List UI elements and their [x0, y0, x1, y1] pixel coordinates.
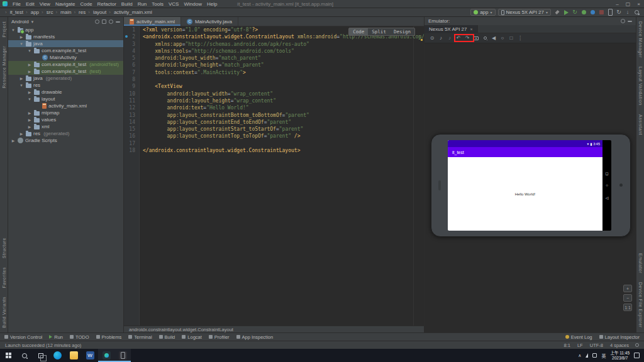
maximize-button[interactable]: ▢	[623, 1, 633, 7]
breadcrumb-item[interactable]: res	[72, 9, 87, 15]
expand-arrow-icon[interactable]: ▼	[27, 49, 32, 53]
expand-arrow-icon[interactable]: ▶	[19, 131, 24, 136]
expand-arrow-icon[interactable]: ▶	[19, 35, 24, 39]
tree-item-manifests[interactable]: ▶ manifests	[8, 33, 123, 40]
tree-item-app[interactable]: ▼ app	[8, 26, 123, 33]
view-mode-design[interactable]: Design	[390, 28, 414, 35]
tool-button-build-variants[interactable]: Build Variants	[2, 292, 6, 332]
toolwindow-terminal[interactable]: Terminal	[128, 334, 152, 340]
code-line[interactable]: 15 app:layout_constraintStart_toStartOf=…	[124, 126, 424, 133]
power-button[interactable]: ⊙	[429, 35, 435, 42]
menu-item[interactable]: Build	[119, 1, 135, 7]
code-line[interactable]: 7 tools:context=".MainActivity">	[124, 69, 424, 76]
code-text[interactable]: app:layout_constraintTop_toTopOf="parent…	[139, 133, 300, 140]
hide-panel-icon[interactable]	[628, 21, 632, 22]
project-scope-select[interactable]: Android	[11, 19, 29, 25]
minimize-button[interactable]: –	[612, 1, 623, 7]
code-line[interactable]: 18 </androidx.constraintlayout.widget.Co…	[124, 147, 424, 154]
menu-item[interactable]: Help	[204, 1, 219, 7]
code-line[interactable]: 5 android:layout_width="match_parent"	[124, 55, 424, 62]
sync-project-button[interactable]	[615, 9, 623, 16]
tree-item-gradle-scripts[interactable]: ▶ Gradle Scripts	[8, 137, 123, 144]
taskbar-file-explorer-icon[interactable]	[65, 349, 82, 362]
tree-item-mipmap[interactable]: ▶ mipmap	[8, 109, 123, 116]
locate-file-icon[interactable]	[95, 19, 99, 24]
tray-expand-icon[interactable]: ∧	[578, 353, 581, 358]
menu-item[interactable]: View	[37, 1, 53, 7]
expand-arrow-icon[interactable]: ▶	[27, 118, 32, 122]
network-icon[interactable]	[586, 353, 588, 358]
run-configuration-select[interactable]: app	[470, 9, 495, 16]
device-manager-button[interactable]	[606, 9, 614, 16]
input-language-indicator[interactable]: 英	[601, 353, 606, 359]
notifications-bell-icon[interactable]	[635, 343, 639, 347]
tool-button-favorites[interactable]: Favorites	[2, 263, 6, 292]
code-text[interactable]: <?xml version="1.0" encoding="utf-8"?>	[139, 26, 258, 33]
tree-item-mainactivity[interactable]: MainActivity	[8, 54, 123, 61]
sdk-manager-button[interactable]	[624, 9, 631, 16]
code-text[interactable]: android:layout_height="wrap_content"	[139, 97, 276, 104]
menu-item[interactable]: Navigate	[53, 1, 78, 7]
toolwindow-profiler[interactable]: Profiler	[209, 334, 230, 340]
tool-button-device-file-explorer[interactable]: Device File Explorer	[638, 278, 643, 332]
status-segment[interactable]: UTF-8	[590, 343, 603, 348]
more-button[interactable]: ⋮	[517, 35, 523, 42]
stop-button[interactable]	[597, 9, 605, 16]
run-button[interactable]	[562, 9, 570, 16]
expand-arrow-icon[interactable]: ▶	[27, 111, 32, 115]
breadcrumb-item[interactable]: it_test	[4, 9, 25, 15]
tree-item-values[interactable]: ▶ values	[8, 116, 123, 123]
start-button[interactable]	[0, 349, 16, 362]
tool-button-project[interactable]: Project	[2, 17, 6, 41]
tool-button-emulator[interactable]: Emulator	[638, 249, 643, 278]
close-tab-icon[interactable]: ×	[470, 27, 472, 31]
code-text[interactable]	[139, 76, 143, 83]
menu-item[interactable]: Window	[181, 1, 204, 7]
device-select[interactable]: Nexus 5X API 27	[498, 9, 552, 16]
menu-item[interactable]: VCS	[166, 1, 181, 7]
tree-item-drawable[interactable]: ▶ drawable	[8, 89, 123, 96]
code-line[interactable]: 11 android:layout_height="wrap_content"	[124, 97, 424, 104]
nav-home-button[interactable]: ○	[606, 184, 608, 187]
taskbar-android-studio-icon[interactable]	[98, 349, 114, 362]
nav-back-button[interactable]: ◁	[606, 195, 609, 200]
breadcrumb-item[interactable]: src	[40, 9, 54, 15]
status-segment[interactable]: LF	[577, 343, 583, 348]
taskbar-edge-icon[interactable]	[49, 349, 65, 362]
tool-button-layout-validation[interactable]: Layout Validation	[638, 62, 643, 110]
breadcrumb-item[interactable]: activity_main.xml	[108, 9, 153, 15]
nav-overview-button[interactable]: ◻	[606, 171, 609, 175]
code-line[interactable]: 8	[124, 76, 424, 83]
code-text[interactable]: app:layout_constraintStart_toStartOf="pa…	[139, 126, 303, 133]
code-text[interactable]: app:layout_constraintEnd_toEndOf="parent…	[139, 119, 291, 126]
tree-item-java-generated[interactable]: ▶ java (generated)	[8, 75, 123, 82]
expand-arrow-icon[interactable]: ▼	[19, 84, 24, 87]
code-text[interactable]: xmlns:app="http://schemas.android.com/ap…	[139, 41, 309, 48]
home-button[interactable]: ○	[499, 35, 506, 42]
zoom-reset-button[interactable]: 1:1	[623, 304, 632, 311]
expand-arrow-icon[interactable]: ▼	[11, 28, 16, 32]
expand-arrow-icon[interactable]: ▶	[27, 69, 32, 74]
code-line[interactable]: 6 android:layout_height="match_parent"	[124, 62, 424, 69]
apply-changes-button[interactable]	[571, 9, 579, 16]
code-text[interactable]: android:layout_width="wrap_content"	[139, 90, 273, 97]
code-line[interactable]: 16 app:layout_constraintTop_toTopOf="par…	[124, 133, 424, 140]
breadcrumb-item[interactable]: app	[25, 9, 40, 15]
code-text[interactable]: android:layout_width="match_parent"	[139, 55, 261, 62]
toolwindow-layout-inspector[interactable]: Layout Inspector	[599, 334, 640, 340]
tree-item-xml[interactable]: ▶ xml	[8, 123, 123, 130]
volume-down-button[interactable]: ♪	[447, 35, 453, 42]
hide-panel-icon[interactable]	[116, 21, 120, 23]
close-button[interactable]: ×	[633, 1, 644, 7]
tree-item-package-main[interactable]: ▼ com.example.it_test	[8, 47, 123, 54]
zoom-mode-button[interactable]	[482, 35, 488, 42]
menu-item[interactable]: File	[10, 1, 23, 7]
profile-button[interactable]	[589, 9, 596, 16]
toolwindow-event-log[interactable]: Event Log	[565, 334, 592, 340]
code-text[interactable]: app:layout_constraintBottom_toBottomOf="…	[139, 112, 309, 119]
build-button[interactable]	[553, 9, 561, 16]
back-button[interactable]: ◀	[491, 35, 497, 42]
task-view-button[interactable]	[33, 349, 49, 362]
taskbar-search-button[interactable]	[16, 349, 33, 362]
emulator-device-tab[interactable]: Nexus 5X API 27 ×	[425, 25, 478, 33]
